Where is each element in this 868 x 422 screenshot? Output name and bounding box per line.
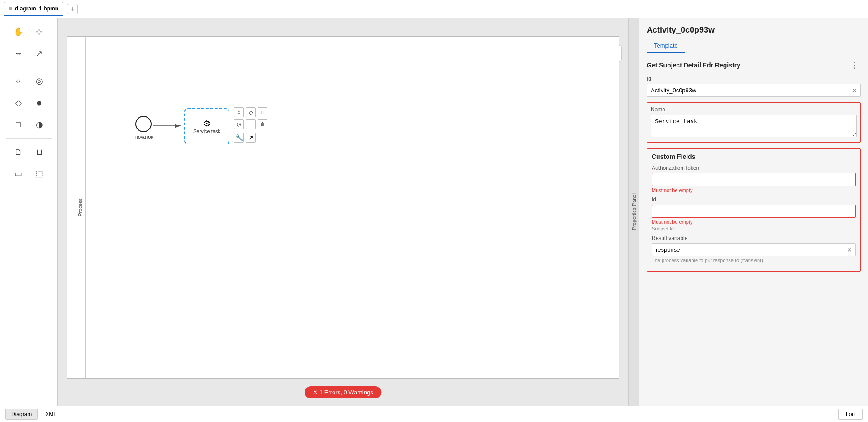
add-tab-button[interactable]: + [67, 4, 78, 14]
pointer-tool-button[interactable]: ⊹ [29, 22, 49, 42]
gear-icon: ⚙ [203, 119, 210, 129]
custom-id-error: Must not be empty [652, 219, 856, 225]
more-options-icon[interactable]: ⋮ [847, 59, 861, 71]
name-textarea[interactable]: Service task [651, 115, 857, 137]
canvas-content[interactable]: Process початок ⚙ Service [67, 36, 619, 379]
cylinder-tool-button[interactable]: ⊔ [29, 142, 49, 162]
name-field-section: Name Service task [647, 102, 861, 143]
properties-panel: Properties Panel Activity_0c0p93w Templa… [628, 18, 868, 406]
start-event-label: початок [135, 134, 153, 139]
custom-id-field-group: Id Must not be empty Subject Id [652, 197, 856, 231]
service-task-label: Service task [193, 129, 220, 134]
properties-panel-handle-label: Properties Panel [631, 193, 637, 230]
section-title-text: Get Subject Detail Edr Registry [647, 62, 740, 69]
circle-half-tool-button[interactable]: ◑ [29, 115, 49, 134]
sequence-flow [153, 121, 185, 130]
auth-token-field-group: Authorization Token Must not be empty [652, 165, 856, 193]
result-var-clear-button[interactable]: ✕ [847, 246, 852, 254]
left-toolbar: ✋ ⊹ ↔ ↗ ○ ◎ ◇ ● □ ◑ 🗋 ⊔ ▭ ⬚ [0, 18, 58, 406]
section-title: Get Subject Detail Edr Registry ⋮ [647, 59, 861, 71]
custom-fields-section: Custom Fields Authorization Token Must n… [647, 148, 861, 272]
ctx-dotted-icon[interactable]: ⋯ [246, 119, 256, 129]
service-task-container[interactable]: ⚙ Service task [184, 108, 229, 144]
tab-diagram-bottom[interactable]: Diagram [5, 409, 38, 420]
auth-token-error: Must not be empty [652, 187, 856, 193]
square-tool-button[interactable]: □ [9, 115, 29, 134]
ctx-trash-icon[interactable]: 🗑 [258, 119, 267, 129]
dotted-rect-tool-button[interactable]: ⬚ [29, 164, 49, 184]
service-task[interactable]: ⚙ Service task [184, 108, 229, 144]
ctx-circle-icon[interactable]: ○ [234, 107, 244, 117]
circle-tool-button[interactable]: ○ [9, 71, 29, 91]
context-menu: ○ ◇ □ ◎ ⋯ 🗑 🔧 ↗ [234, 107, 267, 143]
log-button[interactable]: Log [838, 409, 863, 420]
auth-token-input[interactable] [652, 173, 856, 186]
result-var-input-wrap: ✕ [652, 243, 856, 256]
bottom-tabs: Diagram XML [5, 409, 62, 420]
bottom-bar: Diagram XML Log [0, 406, 868, 422]
canvas-area[interactable]: 🗺 Process початок [58, 18, 628, 406]
properties-panel-handle[interactable]: Properties Panel [629, 18, 639, 406]
error-badge-label: ✕ 1 Errors, 0 Warnings [313, 389, 373, 396]
subject-id-label: Subject Id [652, 226, 856, 231]
ctx-arrow-icon[interactable]: ↗ [246, 133, 256, 143]
id-field-group: Id ✕ [647, 76, 861, 97]
result-var-label: Result variable [652, 235, 856, 241]
diagram-tab[interactable]: diagram_1.bpmn [4, 2, 63, 16]
tab-dot [9, 7, 12, 10]
ctx-diamond-icon[interactable]: ◇ [246, 107, 256, 117]
hand-tool-button[interactable]: ✋ [9, 22, 29, 42]
activity-id-title: Activity_0c0p93w [647, 25, 861, 35]
rect-tool-button[interactable]: ▭ [9, 164, 29, 184]
error-badge[interactable]: ✕ 1 Errors, 0 Warnings [305, 386, 381, 398]
custom-id-input[interactable] [652, 205, 856, 218]
process-label: Process [77, 198, 83, 216]
properties-panel-content: Activity_0c0p93w Template Get Subject De… [639, 18, 868, 406]
id-clear-button[interactable]: ✕ [852, 87, 857, 94]
result-var-hint: The process variable to put response to … [652, 258, 856, 263]
start-event[interactable] [135, 116, 152, 132]
auth-token-label: Authorization Token [652, 165, 856, 171]
ctx-rect-icon[interactable]: □ [258, 107, 267, 117]
arrow-tool-button[interactable]: ↗ [29, 43, 49, 63]
custom-id-label: Id [652, 197, 856, 203]
top-bar: diagram_1.bpmn + [0, 0, 868, 18]
toolbar-divider-1 [6, 67, 52, 67]
id-input-wrap: ✕ [647, 84, 861, 97]
toolbar-divider-2 [6, 138, 52, 139]
result-var-field-group: Result variable ✕ The process variable t… [652, 235, 856, 263]
page-tool-button[interactable]: 🗋 [9, 142, 29, 162]
panel-tabs: Template [647, 39, 861, 53]
tab-xml-bottom[interactable]: XML [39, 409, 62, 420]
custom-fields-title: Custom Fields [652, 153, 856, 160]
result-var-input[interactable] [652, 243, 856, 256]
diagram-tab-label: diagram_1.bpmn [15, 5, 58, 12]
id-input[interactable] [647, 84, 861, 97]
tab-template[interactable]: Template [647, 39, 685, 53]
main-layout: ✋ ⊹ ↔ ↗ ○ ◎ ◇ ● □ ◑ 🗋 ⊔ ▭ ⬚ [0, 18, 868, 406]
ctx-wrench-icon[interactable]: 🔧 [234, 133, 244, 143]
pan-tool-button[interactable]: ↔ [9, 43, 29, 63]
circle-thick-tool-button[interactable]: ◎ [29, 71, 49, 91]
ctx-circle2-icon[interactable]: ◎ [234, 119, 244, 129]
circle-bold-tool-button[interactable]: ● [29, 93, 49, 113]
diamond-tool-button[interactable]: ◇ [9, 93, 29, 113]
id-field-label: Id [647, 76, 861, 82]
name-field-label: Name [651, 106, 857, 113]
